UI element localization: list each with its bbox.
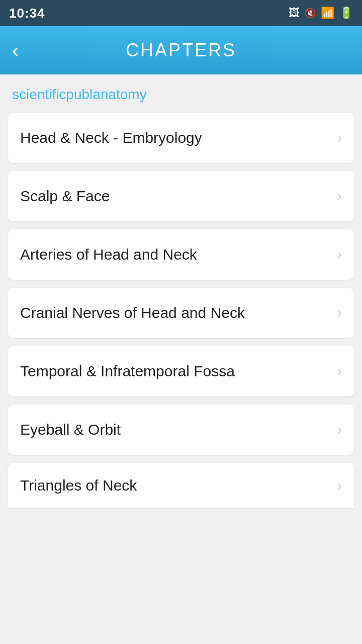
back-button[interactable]: ‹: [12, 40, 19, 60]
status-bar: 10:34 🖼 🔇 📶 🔋: [0, 0, 362, 26]
chapter-label: Scalp & Face: [20, 188, 329, 205]
chevron-right-icon: ›: [337, 477, 342, 494]
chapter-item[interactable]: Scalp & Face›: [8, 171, 354, 221]
chapter-label: Triangles of Neck: [20, 477, 329, 494]
chapter-item[interactable]: Eyeball & Orbit›: [8, 405, 354, 455]
battery-icon: 🔋: [339, 7, 353, 20]
chapter-label: Eyeball & Orbit: [20, 421, 329, 438]
chapter-item[interactable]: Triangles of Neck›: [8, 463, 354, 508]
chevron-right-icon: ›: [337, 188, 342, 204]
app-bar: ‹ CHAPTERS: [0, 26, 362, 74]
chapter-list: Head & Neck - Embryology›Scalp & Face›Ar…: [8, 113, 354, 508]
mute-icon: 🔇: [305, 8, 316, 19]
chapter-item[interactable]: Cranial Nerves of Head and Neck›: [8, 288, 354, 338]
chapter-label: Head & Neck - Embryology: [20, 129, 329, 146]
status-time: 10:34: [9, 6, 45, 21]
chevron-right-icon: ›: [337, 130, 342, 146]
content-area: scientificpublanatomy Head & Neck - Embr…: [0, 74, 362, 516]
chapter-item[interactable]: Arteries of Head and Neck›: [8, 229, 354, 280]
chapter-item[interactable]: Head & Neck - Embryology›: [8, 113, 354, 163]
chapter-label: Temporal & Infratemporal Fossa: [20, 363, 329, 380]
chevron-right-icon: ›: [337, 422, 342, 438]
app-bar-title: CHAPTERS: [0, 40, 362, 61]
chevron-right-icon: ›: [337, 247, 342, 263]
chevron-right-icon: ›: [337, 363, 342, 379]
wifi-icon: 📶: [321, 7, 334, 20]
image-icon: 🖼: [289, 7, 300, 20]
chapter-label: Cranial Nerves of Head and Neck: [20, 304, 329, 321]
chapter-label: Arteries of Head and Neck: [20, 246, 329, 263]
chevron-right-icon: ›: [337, 305, 342, 321]
status-icons: 🖼 🔇 📶 🔋: [289, 7, 353, 20]
publisher-label: scientificpublanatomy: [8, 87, 354, 103]
chapter-item[interactable]: Temporal & Infratemporal Fossa›: [8, 346, 354, 396]
